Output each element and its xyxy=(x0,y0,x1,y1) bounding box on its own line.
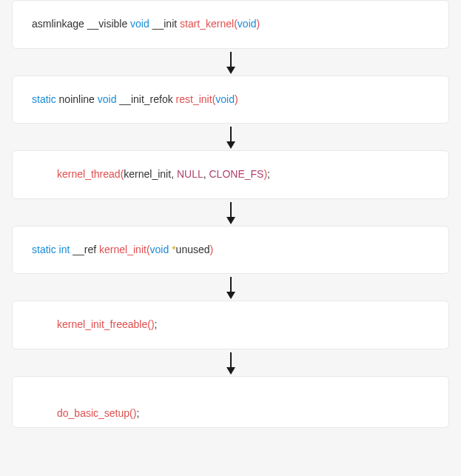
code-token: ) xyxy=(257,18,260,30)
code-token: asmlinkage xyxy=(32,18,87,30)
code-token: void xyxy=(130,18,152,30)
code-line: static int __ref kernel_init(void *unuse… xyxy=(21,243,440,258)
code-token: CLONE_FS xyxy=(209,168,263,180)
code-token: ; xyxy=(267,168,270,180)
code-box: static int __ref kernel_init(void *unuse… xyxy=(12,226,449,275)
code-token: , xyxy=(171,168,177,180)
code-token: ; xyxy=(136,407,139,419)
code-token: __ref xyxy=(73,244,99,255)
code-token: static xyxy=(32,93,59,105)
code-token: __init_refok xyxy=(119,93,175,105)
code-token: __visible xyxy=(87,18,130,30)
code-token: rest_init xyxy=(176,93,212,105)
code-token: int xyxy=(59,244,73,255)
code-token: kernel_thread xyxy=(57,168,121,180)
code-token: NULL xyxy=(177,168,203,180)
code-token: static xyxy=(32,244,59,255)
code-line: asmlinkage __visible void __init start_k… xyxy=(21,17,440,32)
code-box: asmlinkage __visible void __init start_k… xyxy=(12,0,449,49)
code-box: do_basic_setup(); xyxy=(12,376,449,428)
code-token: noinline xyxy=(59,93,98,105)
code-line: static noinline void __init_refok rest_i… xyxy=(21,93,440,107)
code-token: start_kernel xyxy=(180,18,234,30)
arrow-down-icon xyxy=(224,274,238,301)
svg-marker-7 xyxy=(226,292,235,299)
arrow-down-icon xyxy=(224,199,238,226)
svg-marker-5 xyxy=(226,217,235,224)
code-line: do_basic_setup(); xyxy=(21,406,440,421)
code-token: void xyxy=(215,93,235,105)
code-token: do_basic_setup xyxy=(57,407,129,419)
code-token: kernel_init xyxy=(99,244,147,255)
code-token: unused xyxy=(176,244,210,255)
code-token: __init xyxy=(152,18,180,30)
code-line: kernel_init_freeable(); xyxy=(21,318,440,332)
code-token: void xyxy=(238,18,257,30)
code-line: kernel_thread(kernel_init, NULL, CLONE_F… xyxy=(21,167,440,182)
code-token: ) xyxy=(235,93,238,105)
arrow-down-icon xyxy=(224,49,238,76)
code-token: void xyxy=(150,244,172,255)
svg-marker-9 xyxy=(226,367,235,375)
code-token: ) xyxy=(210,244,214,255)
code-token: kernel_init xyxy=(124,168,171,180)
code-box: kernel_thread(kernel_init, NULL, CLONE_F… xyxy=(12,150,449,199)
code-box: kernel_init_freeable(); xyxy=(12,301,449,349)
code-token: void xyxy=(98,93,120,105)
code-box: static noinline void __init_refok rest_i… xyxy=(12,76,449,124)
arrow-down-icon xyxy=(224,349,238,376)
svg-marker-1 xyxy=(226,67,235,74)
code-token: kernel_init_freeable xyxy=(57,318,147,330)
arrow-down-icon xyxy=(224,124,238,150)
code-token: ; xyxy=(155,318,158,330)
svg-marker-3 xyxy=(226,141,235,149)
